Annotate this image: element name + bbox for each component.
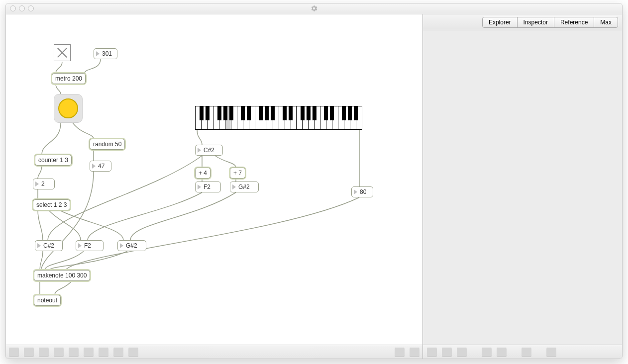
black-key[interactable]: [348, 106, 352, 120]
black-key[interactable]: [354, 106, 358, 120]
bang-icon: [58, 98, 78, 118]
sidebar-plus-icon[interactable]: [522, 347, 531, 357]
tab-max[interactable]: Max: [594, 17, 618, 28]
sidebar-body: [423, 30, 622, 345]
gsharp2-message[interactable]: G#2: [230, 182, 259, 192]
root-note-message[interactable]: C#2: [195, 145, 223, 156]
sidebar-freeze-icon[interactable]: [482, 347, 492, 357]
sidebar-toolbar: [423, 345, 622, 359]
f2-message[interactable]: F2: [195, 182, 221, 192]
grid-icon[interactable]: [54, 347, 64, 357]
black-key[interactable]: [342, 106, 346, 120]
toggle-object[interactable]: [54, 44, 71, 61]
black-key[interactable]: [271, 106, 275, 120]
black-key[interactable]: [330, 106, 334, 120]
black-key[interactable]: [217, 106, 221, 120]
minimize-window-button[interactable]: [19, 5, 25, 11]
number-box-random-out[interactable]: 47: [90, 161, 111, 172]
sidebar-list-icon[interactable]: [457, 347, 467, 357]
black-key[interactable]: [259, 106, 263, 120]
gear-icon: [311, 5, 317, 12]
black-key[interactable]: [324, 106, 328, 120]
select-object[interactable]: select 1 2 3: [33, 199, 70, 210]
black-key[interactable]: [301, 106, 305, 120]
lock-icon[interactable]: [9, 347, 19, 357]
black-key[interactable]: [283, 106, 287, 120]
black-key[interactable]: [307, 106, 311, 120]
bang-button[interactable]: [54, 94, 83, 123]
random-object[interactable]: random 50: [90, 139, 125, 150]
patcher-toolbar: [6, 345, 422, 359]
tab-reference[interactable]: Reference: [554, 17, 594, 28]
sidebar-circle-icon[interactable]: [497, 347, 507, 357]
note2-message[interactable]: F2: [76, 240, 104, 251]
black-key[interactable]: [265, 106, 269, 120]
black-key[interactable]: [206, 106, 209, 120]
metro-object[interactable]: metro 200: [52, 73, 86, 84]
counter-object[interactable]: counter 1 3: [35, 155, 72, 166]
presentation-icon[interactable]: [39, 347, 49, 357]
sidebar-at-icon[interactable]: [442, 347, 452, 357]
number-box-tempo[interactable]: 301: [94, 48, 117, 59]
velocity-number-box[interactable]: 80: [351, 186, 373, 197]
black-key[interactable]: [313, 106, 316, 120]
sidebar-tabs: Explorer Inspector Reference Max: [423, 14, 622, 30]
zoom-window-button[interactable]: [28, 5, 34, 11]
black-key[interactable]: [223, 106, 227, 120]
new-view-icon[interactable]: [24, 347, 34, 357]
note3-message[interactable]: G#2: [117, 240, 146, 251]
sidebar-back-icon[interactable]: [546, 347, 556, 357]
black-key[interactable]: [200, 106, 204, 120]
calendar-icon[interactable]: [113, 347, 123, 357]
tab-explorer[interactable]: Explorer: [482, 17, 518, 28]
black-key[interactable]: [241, 106, 245, 120]
plus4-object[interactable]: + 4: [195, 168, 210, 179]
split-view-icon[interactable]: [410, 347, 419, 357]
info-icon[interactable]: [84, 347, 94, 357]
debug-icon[interactable]: [99, 347, 108, 357]
sidebar-sparkle-icon[interactable]: [427, 347, 437, 357]
black-key[interactable]: [289, 106, 293, 120]
sidebar: Explorer Inspector Reference Max: [423, 14, 622, 359]
plus7-object[interactable]: + 7: [230, 168, 245, 179]
titlebar: [6, 3, 622, 14]
black-key[interactable]: [229, 106, 233, 120]
patch-cords: [6, 14, 422, 345]
app-window: 301 metro 200 random 50 counter 1 3 47 2…: [5, 3, 623, 359]
number-box-counter-out[interactable]: 2: [33, 179, 55, 189]
note1-message[interactable]: C#2: [35, 240, 63, 251]
noteout-object[interactable]: noteout: [34, 295, 61, 306]
single-view-icon[interactable]: [395, 347, 405, 357]
black-key[interactable]: [247, 106, 251, 120]
makenote-object[interactable]: makenote 100 300: [34, 270, 90, 281]
sparkle-icon[interactable]: [128, 347, 138, 357]
patcher-canvas[interactable]: 301 metro 200 random 50 counter 1 3 47 2…: [6, 14, 422, 345]
zoom-icon[interactable]: [69, 347, 79, 357]
close-window-button[interactable]: [10, 5, 16, 11]
tab-inspector[interactable]: Inspector: [517, 17, 554, 28]
kslider-keyboard[interactable]: [195, 106, 362, 130]
traffic-lights: [10, 5, 34, 11]
